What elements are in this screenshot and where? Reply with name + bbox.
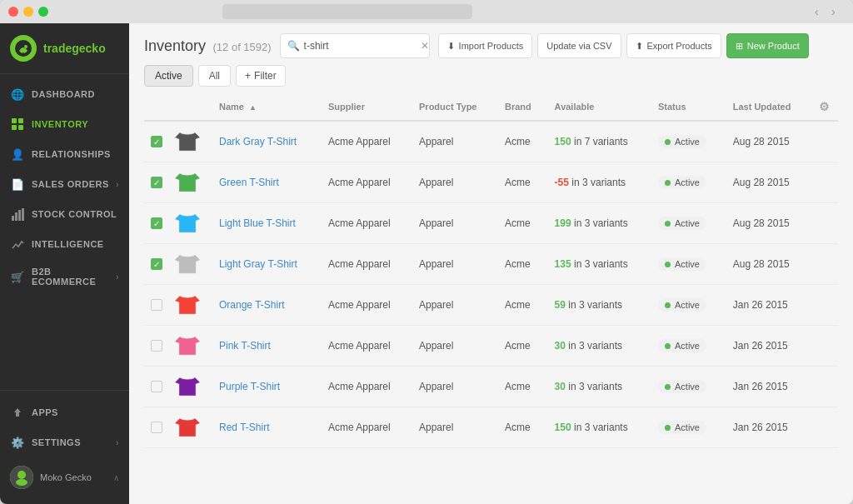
type-cell: Apparel xyxy=(411,326,496,367)
user-profile[interactable]: Moko Gecko ∧ xyxy=(0,457,129,497)
name-col-header[interactable]: Name ▲ xyxy=(211,93,320,121)
sidebar-item-sales-orders[interactable]: 📄 Sales Orders › xyxy=(0,169,129,199)
status-label: Active xyxy=(675,341,700,351)
relationships-icon: 👤 xyxy=(10,147,25,162)
row-checkbox[interactable]: ✓ xyxy=(151,217,162,229)
row-checkbox-cell[interactable]: ✓ xyxy=(144,162,169,203)
sidebar-item-intelligence[interactable]: Intelligence xyxy=(0,229,129,259)
new-product-button[interactable]: ⊞ New Product xyxy=(726,33,809,58)
update-csv-button[interactable]: Update via CSV xyxy=(537,33,621,58)
row-checkbox[interactable]: ✓ xyxy=(151,177,162,188)
sidebar-item-stock-control[interactable]: Stock Control xyxy=(0,199,129,229)
supplier-cell: Acme Apparel xyxy=(320,407,411,448)
svg-point-12 xyxy=(17,471,26,479)
page-title: Inventory (12 of 1592) xyxy=(144,37,272,55)
sidebar-item-settings[interactable]: ⚙️ Settings › xyxy=(0,427,129,457)
product-name-cell[interactable]: Orange T-Shirt xyxy=(211,285,320,326)
available-count: 150 xyxy=(555,136,571,147)
available-cell: 150 in 3 variants xyxy=(546,407,650,448)
sidebar: tradegecko 🌐 Dashboard xyxy=(0,23,129,504)
sort-asc-icon: ▲ xyxy=(249,103,257,112)
intelligence-icon xyxy=(10,237,25,252)
sidebar-item-inventory[interactable]: Inventory xyxy=(0,109,129,139)
product-name-cell[interactable]: Dark Gray T-Shirt xyxy=(211,121,320,162)
search-icon: 🔍 xyxy=(287,40,300,52)
maximize-button[interactable] xyxy=(38,7,48,17)
product-name-cell[interactable]: Red T-Shirt xyxy=(211,407,320,448)
brand-cell: Acme xyxy=(496,285,546,326)
search-box[interactable]: 🔍 ✕ xyxy=(280,33,430,58)
chevron-right-icon: › xyxy=(116,438,119,447)
row-checkbox-cell[interactable] xyxy=(144,407,169,448)
svg-rect-9 xyxy=(22,208,24,221)
status-cell: Active xyxy=(650,162,725,203)
status-label: Active xyxy=(675,300,700,310)
sidebar-item-apps[interactable]: Apps xyxy=(0,397,129,427)
type-cell: Apparel xyxy=(411,285,496,326)
available-suffix: in 3 variants xyxy=(571,177,626,188)
row-actions-cell xyxy=(811,121,838,162)
available-cell: 30 in 3 variants xyxy=(546,326,650,367)
row-checkbox[interactable] xyxy=(151,422,162,433)
table-row: ✓ Light Gray T-Shirt Acme Apparel Appare… xyxy=(144,244,838,285)
import-products-button[interactable]: ⬇ Import Products xyxy=(438,33,533,58)
product-name-cell[interactable]: Pink T-Shirt xyxy=(211,326,320,367)
table-settings-icon[interactable]: ⚙ xyxy=(819,100,830,113)
row-checkbox[interactable] xyxy=(151,299,162,311)
product-name-cell[interactable]: Light Gray T-Shirt xyxy=(211,244,320,285)
row-checkbox-cell[interactable]: ✓ xyxy=(144,203,169,244)
row-actions-cell xyxy=(811,326,838,367)
row-checkbox[interactable] xyxy=(151,381,162,392)
url-bar[interactable] xyxy=(222,4,472,19)
product-name-cell[interactable]: Green T-Shirt xyxy=(211,162,320,203)
product-name-cell[interactable]: Purple T-Shirt xyxy=(211,367,320,407)
row-checkbox-cell[interactable] xyxy=(144,285,169,326)
svg-rect-2 xyxy=(12,118,17,123)
close-button[interactable] xyxy=(8,7,18,17)
available-cell: -55 in 3 variants xyxy=(546,162,650,203)
row-checkbox-cell[interactable]: ✓ xyxy=(144,244,169,285)
sidebar-item-dashboard[interactable]: 🌐 Dashboard xyxy=(0,79,129,109)
updated-cell: Jan 26 2015 xyxy=(725,326,811,367)
export-products-button[interactable]: ⬆ Export Products xyxy=(626,33,721,58)
product-name-cell[interactable]: Light Blue T-Shirt xyxy=(211,203,320,244)
sidebar-item-b2b-ecommerce[interactable]: 🛒 B2B Ecommerce › xyxy=(0,259,129,294)
available-cell: 199 in 3 variants xyxy=(546,203,650,244)
status-dot xyxy=(665,262,671,267)
status-label: Active xyxy=(675,382,700,392)
table-row: Purple T-Shirt Acme Apparel Apparel Acme… xyxy=(144,367,838,407)
available-count: 199 xyxy=(555,217,571,229)
available-suffix: in 3 variants xyxy=(568,299,622,311)
product-image-cell xyxy=(169,407,211,448)
row-checkbox[interactable]: ✓ xyxy=(151,258,162,270)
apps-icon xyxy=(10,405,25,420)
product-image-cell xyxy=(169,162,211,203)
available-suffix: in 3 variants xyxy=(574,258,628,270)
product-image xyxy=(172,290,202,320)
row-actions-cell xyxy=(811,203,838,244)
row-checkbox-cell[interactable] xyxy=(144,326,169,367)
status-label: Active xyxy=(675,137,700,147)
clear-search-icon[interactable]: ✕ xyxy=(421,40,429,52)
row-checkbox[interactable]: ✓ xyxy=(151,136,162,147)
row-checkbox-cell[interactable] xyxy=(144,367,169,407)
row-checkbox-cell[interactable]: ✓ xyxy=(144,121,169,162)
table-row: ✓ Dark Gray T-Shirt Acme Apparel Apparel… xyxy=(144,121,838,162)
sidebar-item-relationships[interactable]: 👤 Relationships xyxy=(0,139,129,169)
status-cell: Active xyxy=(650,367,725,407)
tab-all[interactable]: All xyxy=(198,65,231,87)
row-checkbox[interactable] xyxy=(151,340,162,352)
filter-button[interactable]: + Filter xyxy=(236,65,286,87)
status-cell: Active xyxy=(650,285,725,326)
search-input[interactable] xyxy=(304,40,421,52)
product-image-cell xyxy=(169,285,211,326)
product-image xyxy=(172,249,202,279)
tab-active[interactable]: Active xyxy=(144,65,193,87)
sales-orders-icon: 📄 xyxy=(10,177,25,192)
back-icon[interactable]: ‹ xyxy=(815,5,828,18)
row-actions-cell xyxy=(811,285,838,326)
minimize-button[interactable] xyxy=(23,7,33,17)
brand-cell: Acme xyxy=(496,326,546,367)
forward-icon[interactable]: › xyxy=(831,5,845,18)
table-row: ✓ Light Blue T-Shirt Acme Apparel Appare… xyxy=(144,203,838,244)
